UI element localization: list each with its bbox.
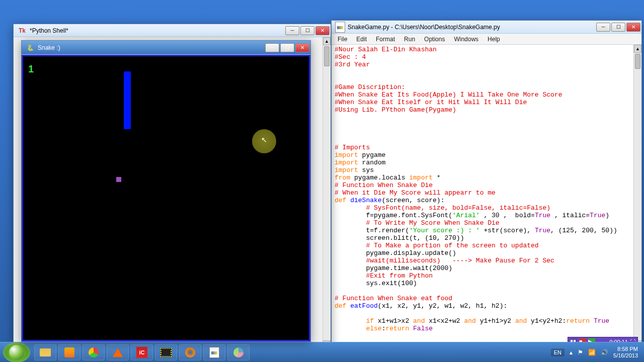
scroll-up-arrow[interactable]: ▲ [323, 37, 331, 45]
taskbar-chrome[interactable] [83, 344, 105, 360]
tray-expand-icon[interactable]: ▴ [570, 349, 573, 356]
menu-options[interactable]: Options [420, 35, 449, 44]
editor-title: SnakeGame.py - C:\Users\Noor\Desktop\Sna… [348, 24, 500, 31]
taskbar-app-red[interactable]: iC [131, 344, 153, 360]
taskbar-explorer[interactable] [34, 344, 56, 360]
editor-scrollbar[interactable]: ▲ ▼ [633, 45, 641, 348]
taskbar-firefox[interactable] [179, 344, 201, 360]
close-button[interactable]: ✕ [295, 43, 309, 52]
taskbar-python[interactable] [203, 344, 225, 360]
code-editor[interactable]: #Nour Salah El-Din Khashan #Sec : 4 #3rd… [332, 45, 641, 357]
taskbar-media[interactable] [155, 344, 177, 360]
taskbar-vlc[interactable] [107, 344, 129, 360]
folder-icon [40, 348, 51, 356]
pygame-icon: 🐍 [25, 42, 36, 53]
language-indicator[interactable]: EN [551, 348, 565, 356]
snake-game-window: 🐍 Snake :) ─ ☐ ✕ 1 ↖ [21, 40, 311, 342]
idle-icon [64, 347, 74, 357]
taskbar-partition[interactable] [227, 344, 250, 360]
scroll-up-arrow[interactable]: ▲ [634, 45, 641, 53]
game-canvas[interactable]: 1 ↖ [22, 55, 310, 341]
scroll-thumb[interactable] [635, 54, 640, 69]
python-icon [335, 22, 346, 33]
menu-windows[interactable]: Windows [450, 35, 482, 44]
score-display: 1 [28, 63, 34, 75]
vlc-icon [112, 347, 123, 358]
minimize-button[interactable]: ─ [265, 43, 279, 52]
maximize-button[interactable]: ☐ [611, 23, 625, 32]
firefox-icon [185, 347, 195, 357]
minimize-button[interactable]: ─ [285, 26, 299, 35]
system-tray: EN ▴ ⚑ 📶 🔊 8:58 PM 5/16/2013 [551, 346, 644, 358]
volume-icon[interactable]: 🔊 [601, 349, 608, 356]
start-button[interactable] [3, 342, 30, 363]
food-apple [116, 177, 121, 182]
maximize-button[interactable]: ☐ [280, 43, 294, 52]
clock[interactable]: 8:58 PM 5/16/2013 [613, 346, 638, 358]
cursor-icon: ↖ [261, 136, 267, 144]
shell-scrollbar[interactable]: ▲ ▼ [323, 37, 331, 348]
minimize-button[interactable]: ─ [596, 23, 610, 32]
shell-title: *Python Shell* [30, 27, 68, 34]
editor-menubar: File Edit Format Run Options Windows Hel… [332, 34, 641, 45]
menu-help[interactable]: Help [484, 35, 504, 44]
clock-date: 5/16/2013 [613, 352, 638, 358]
red-app-icon: iC [136, 347, 147, 358]
taskbar: iC EN ▴ ⚑ 📶 🔊 8:58 PM 5/16/2013 [0, 342, 644, 362]
chrome-icon [89, 347, 99, 357]
editor-titlebar[interactable]: SnakeGame.py - C:\Users\Noor\Desktop\Sna… [332, 21, 641, 34]
menu-run[interactable]: Run [400, 35, 419, 44]
close-button[interactable]: ✕ [626, 23, 640, 32]
shell-titlebar[interactable]: Tk *Python Shell* ─ ☐ ✕ [14, 24, 331, 37]
partition-icon [233, 347, 244, 357]
windows-orb-icon [9, 345, 24, 360]
python-file-icon [209, 347, 220, 358]
taskbar-idle[interactable] [58, 344, 80, 360]
close-button[interactable]: ✕ [315, 26, 330, 35]
film-icon [160, 348, 172, 357]
snake-body [124, 71, 131, 129]
flag-icon[interactable]: ⚑ [578, 349, 583, 356]
maximize-button[interactable]: ☐ [300, 26, 314, 35]
scroll-thumb[interactable] [324, 46, 330, 66]
menu-format[interactable]: Format [372, 35, 399, 44]
clock-time: 8:58 PM [613, 346, 638, 352]
snake-title: Snake :) [38, 44, 60, 51]
snake-titlebar[interactable]: 🐍 Snake :) ─ ☐ ✕ [22, 41, 310, 55]
menu-file[interactable]: File [334, 35, 351, 44]
menu-edit[interactable]: Edit [352, 35, 371, 44]
network-icon[interactable]: 📶 [588, 349, 596, 356]
idle-editor-window: SnakeGame.py - C:\Users\Noor\Desktop\Sna… [331, 20, 642, 358]
tk-icon: Tk [17, 25, 28, 36]
